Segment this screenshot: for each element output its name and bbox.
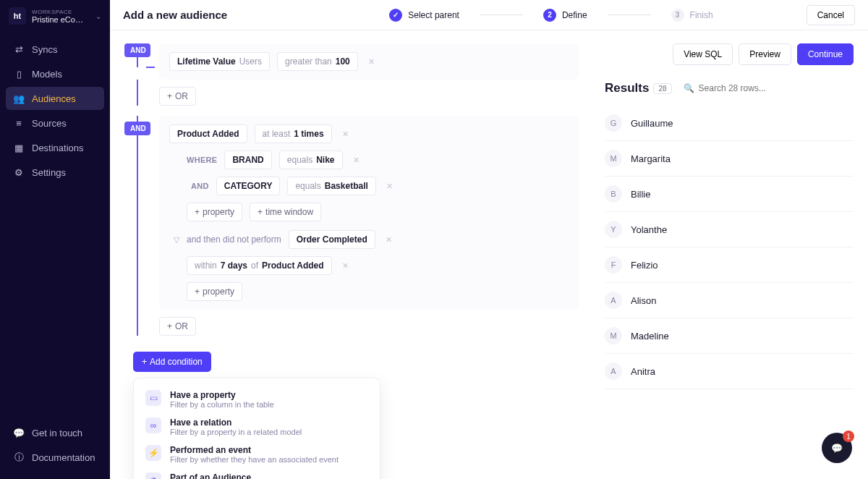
sidebar: ht WORKSPACE Pristine eCommer... ⌄ ⇄Sync… bbox=[0, 0, 110, 479]
result-row[interactable]: G Guillaume bbox=[605, 106, 854, 141]
add-or-button[interactable]: +OR bbox=[159, 87, 196, 106]
remove-filter-icon[interactable]: ✕ bbox=[386, 182, 393, 191]
result-row[interactable]: B Billie bbox=[605, 177, 854, 212]
metric-chip[interactable]: Lifetime Value Users bbox=[169, 52, 270, 71]
workspace-name: Pristine eCommer... bbox=[32, 15, 90, 24]
chip-value: Basketball bbox=[325, 181, 368, 191]
cancel-button[interactable]: Cancel bbox=[807, 5, 855, 25]
result-row[interactable]: M Margarita bbox=[605, 141, 854, 177]
add-property-button[interactable]: +property bbox=[187, 203, 242, 221]
remove-condition-icon[interactable]: ✕ bbox=[342, 130, 349, 139]
add-or-button[interactable]: +OR bbox=[159, 317, 196, 336]
operator-chip[interactable]: greater than 100 bbox=[277, 52, 358, 71]
nav-documentation[interactable]: ⓘDocumentation bbox=[6, 446, 104, 469]
condition-card: Lifetime Value Users greater than 100 ✕ bbox=[159, 43, 579, 80]
menu-item-relation[interactable]: ∞ Have a relationFilter by a property in… bbox=[141, 413, 373, 441]
grid-icon: ▦ bbox=[13, 142, 25, 153]
workspace-switcher[interactable]: ht WORKSPACE Pristine eCommer... ⌄ bbox=[0, 0, 110, 32]
operator-chip[interactable]: equals Nike bbox=[279, 151, 343, 169]
result-row[interactable]: F Felizio bbox=[605, 247, 854, 283]
frequency-chip[interactable]: at least 1 times bbox=[255, 124, 332, 143]
chip-text: within bbox=[195, 260, 217, 271]
remove-within-icon[interactable]: ✕ bbox=[342, 261, 349, 271]
results-panel: View SQL Preview Continue Results 28 🔍 G… bbox=[605, 30, 868, 479]
and-label: AND bbox=[191, 182, 209, 190]
gear-icon: ⚙ bbox=[13, 166, 25, 178]
add-time-window-button[interactable]: +time window bbox=[250, 203, 321, 221]
step-define[interactable]: 2 Define bbox=[543, 9, 587, 22]
event-chip[interactable]: Order Completed bbox=[289, 230, 375, 249]
nav-models[interactable]: ▯Models bbox=[6, 62, 104, 85]
pie-icon: ◔ bbox=[145, 472, 161, 479]
funnel-label: and then did not perform bbox=[187, 234, 281, 245]
menu-title: Performed an event bbox=[170, 445, 339, 455]
chip-text: of bbox=[251, 260, 258, 271]
chip-text: time window bbox=[265, 207, 313, 217]
menu-item-audience[interactable]: ◔ Part of an AudienceFilter by whether t… bbox=[141, 468, 373, 479]
chat-icon: 💬 bbox=[13, 427, 25, 438]
event-chip[interactable]: Product Added bbox=[169, 124, 247, 143]
chip-subtext: Users bbox=[239, 56, 262, 67]
people-icon: 👥 bbox=[13, 93, 25, 104]
nav-label: Audiences bbox=[32, 93, 76, 104]
result-row[interactable]: A Anitra bbox=[605, 354, 854, 389]
chip-value: Nike bbox=[316, 155, 334, 165]
chip-text: equals bbox=[287, 155, 312, 165]
plus-icon: + bbox=[167, 91, 172, 101]
where-label: WHERE bbox=[187, 156, 217, 164]
avatar: G bbox=[605, 114, 622, 132]
chip-text: Lifetime Value bbox=[177, 56, 236, 67]
menu-item-event[interactable]: ⚡ Performed an eventFilter by whether th… bbox=[141, 441, 373, 468]
property-chip[interactable]: CATEGORY bbox=[216, 177, 281, 195]
step-number: 2 bbox=[543, 9, 556, 22]
result-name: Anitra bbox=[631, 366, 655, 377]
plus-icon: + bbox=[195, 287, 200, 297]
property-chip[interactable]: BRAND bbox=[224, 151, 271, 169]
nav-settings[interactable]: ⚙Settings bbox=[6, 161, 104, 184]
chip-value: Product Added bbox=[262, 260, 324, 271]
chip-value: 1 times bbox=[294, 129, 323, 139]
results-search-input[interactable] bbox=[699, 83, 854, 93]
result-row[interactable]: M Madeline bbox=[605, 318, 854, 354]
and-operator-badge[interactable]: AND bbox=[124, 43, 150, 57]
chevron-down-icon: ⌄ bbox=[95, 12, 101, 20]
chip-text: Product Added bbox=[177, 129, 239, 139]
and-operator-badge[interactable]: AND bbox=[124, 122, 150, 135]
add-property-button[interactable]: +property bbox=[187, 282, 242, 301]
result-row[interactable]: A Alison bbox=[605, 283, 854, 318]
chip-value: 100 bbox=[336, 56, 350, 67]
within-chip[interactable]: within 7 days of Product Added bbox=[187, 256, 332, 275]
nav-sources[interactable]: ≡Sources bbox=[6, 111, 104, 135]
remove-funnel-icon[interactable]: ✕ bbox=[386, 235, 392, 245]
add-condition-menu: ▭ Have a propertyFilter by a column in t… bbox=[133, 378, 380, 479]
nav-destinations[interactable]: ▦Destinations bbox=[6, 136, 104, 159]
continue-button[interactable]: Continue bbox=[797, 43, 854, 65]
remove-filter-icon[interactable]: ✕ bbox=[353, 156, 359, 165]
menu-sub: Filter by whether they have an associate… bbox=[170, 455, 339, 464]
result-row[interactable]: Y Yolanthe bbox=[605, 212, 854, 247]
search-icon: 🔍 bbox=[684, 83, 694, 93]
view-sql-button[interactable]: View SQL bbox=[673, 43, 733, 65]
chip-text: property bbox=[203, 207, 234, 217]
results-title: Results bbox=[605, 81, 649, 96]
chip-text: BRAND bbox=[232, 155, 263, 165]
add-condition-button[interactable]: +Add condition bbox=[133, 352, 211, 372]
chat-widget[interactable]: 💬 1 bbox=[822, 433, 852, 463]
menu-title: Have a property bbox=[170, 390, 274, 400]
nav-audiences[interactable]: 👥Audiences bbox=[6, 87, 104, 110]
menu-item-property[interactable]: ▭ Have a propertyFilter by a column in t… bbox=[141, 386, 373, 413]
operator-chip[interactable]: equals Basketball bbox=[287, 177, 375, 195]
step-select-parent[interactable]: ✓ Select parent bbox=[389, 9, 459, 22]
nav-syncs[interactable]: ⇄Syncs bbox=[6, 38, 104, 61]
plus-icon: + bbox=[142, 357, 147, 367]
step-label: Select parent bbox=[408, 10, 459, 20]
nav-label: Syncs bbox=[32, 44, 57, 55]
step-divider bbox=[480, 14, 523, 15]
step-label: Finish bbox=[690, 10, 713, 20]
remove-condition-icon[interactable]: ✕ bbox=[368, 57, 375, 67]
preview-button[interactable]: Preview bbox=[739, 43, 791, 65]
chip-value: 7 days bbox=[221, 260, 247, 271]
nav-get-in-touch[interactable]: 💬Get in touch bbox=[6, 421, 104, 444]
condition-card: Product Added at least 1 times ✕ WHERE B… bbox=[159, 116, 579, 310]
plus-icon: + bbox=[258, 207, 263, 217]
